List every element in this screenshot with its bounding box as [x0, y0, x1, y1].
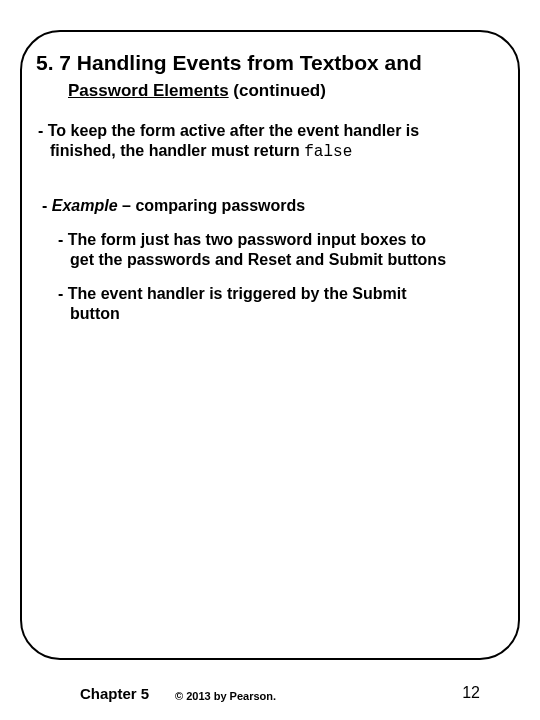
bullet-1-line-b: finished, the handler must return false: [38, 141, 352, 162]
footer-chapter: Chapter 5: [80, 685, 149, 702]
code-false: false: [304, 143, 352, 161]
bullet-4-line-a: - The event handler is triggered by the …: [58, 284, 504, 304]
bullet-2-rest: – comparing passwords: [118, 197, 306, 214]
bullet-1-line-a: - To keep the form active after the even…: [38, 122, 419, 139]
slide-frame: 5. 7 Handling Events from Textbox and Pa…: [20, 30, 520, 660]
title-continued: (continued): [233, 81, 326, 100]
bullet-3-line-a: - The form just has two password input b…: [58, 230, 504, 250]
bullet-1-text: finished, the handler must return: [50, 142, 304, 159]
bullet-3-line-b: get the passwords and Reset and Submit b…: [70, 250, 504, 270]
title-line-1: 5. 7 Handling Events from Textbox and: [36, 50, 504, 76]
slide-body: - To keep the form active after the even…: [36, 121, 504, 324]
footer-copyright: © 2013 by Pearson.: [175, 690, 276, 702]
bullet-2: - Example – comparing passwords: [42, 196, 504, 216]
bullet-2-dash: -: [42, 197, 52, 214]
bullet-2-italic: Example: [52, 197, 118, 214]
title-line-2: Password Elements (continued): [36, 76, 504, 102]
bullet-4-line-b: button: [70, 304, 504, 324]
bullet-1: - To keep the form active after the even…: [38, 121, 504, 162]
slide-title: 5. 7 Handling Events from Textbox and Pa…: [36, 50, 504, 103]
title-underlined: Password Elements: [68, 81, 229, 100]
footer-page-number: 12: [462, 684, 480, 702]
